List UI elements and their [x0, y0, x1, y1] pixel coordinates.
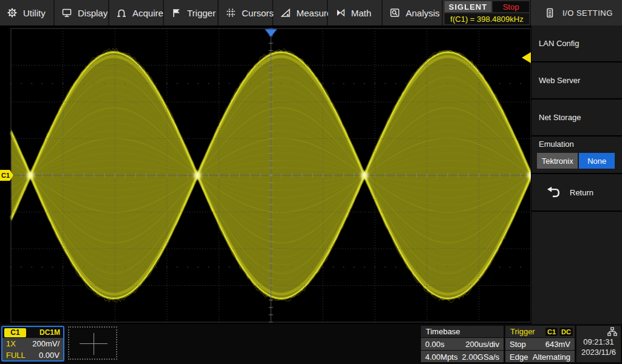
trigger-state: Stop [510, 340, 526, 349]
return-arrow-icon [546, 186, 559, 199]
flag-icon [171, 7, 182, 18]
channel1-descriptor-box[interactable]: C1 DC1M 1X 200mV/ FULL 0.00V [1, 326, 64, 362]
menu-item-measure[interactable]: Measure [273, 0, 328, 25]
channel1-coupling: DC1M [39, 328, 60, 337]
clock-date: 2023/11/6 [581, 347, 616, 357]
channel1-header-row: C1 DC1M [2, 327, 63, 338]
display-icon [61, 7, 72, 18]
trigger-header: Trigger C1 DC [505, 326, 575, 337]
math-icon [335, 7, 346, 18]
trigger-level: 643mV [545, 340, 570, 349]
trigger-mode: Alternating [533, 352, 570, 362]
bottom-status-bar: C1 DC1M 1X 200mV/ FULL 0.00V Timebase 0.… [0, 324, 622, 364]
trigger-level-marker[interactable] [522, 52, 531, 63]
return-label: Return [570, 188, 593, 197]
trigger-row-2: Edge Alternating [505, 351, 575, 362]
sidebar-item-label: Net Storage [539, 113, 581, 122]
analysis-icon [389, 7, 400, 18]
waveform-display-area[interactable]: C1 [0, 25, 531, 324]
emulation-toggle: Tektronix None [537, 153, 615, 169]
channel1-volts-per-div: 200mV/ [32, 339, 60, 348]
brand-text: SIGLENT [449, 2, 487, 12]
sidebar-item-emulation: Emulation Tektronix None [531, 136, 622, 174]
frequency-readout-text: f(C1) = 398.4809kHz [450, 15, 523, 24]
channel1-scale-row: 1X 200mV/ [2, 338, 63, 349]
status-block: SIGLENT Stop f(C1) = 398.4809kHz [443, 0, 531, 25]
io-setting-icon [544, 7, 555, 18]
acquisition-status-text: Stop [503, 2, 519, 12]
brand-logo: SIGLENT [445, 1, 491, 12]
clock-box: 09:21:31 2023/11/6 [576, 326, 621, 362]
trigger-title: Trigger [510, 327, 535, 336]
channel1-offset-row: FULL 0.00V [2, 349, 63, 361]
trigger-source-chip: C1 [545, 328, 558, 336]
svg-text:C1: C1 [1, 172, 10, 179]
trigger-chips: C1 DC [545, 328, 573, 336]
menu-item-math[interactable]: Math [328, 0, 383, 25]
menu-item-utility[interactable]: Utility [0, 0, 55, 25]
sidebar-empty-area [531, 212, 622, 324]
clock-time: 09:21:31 [583, 337, 614, 347]
timebase-delay: 0.00s [425, 340, 445, 349]
menu-label-trigger: Trigger [187, 8, 216, 18]
timebase-panel[interactable]: Timebase 0.00s 200us/div 4.00Mpts 2.00GS… [421, 326, 504, 362]
menu-label-utility: Utility [23, 8, 46, 18]
timebase-scale: 200us/div [465, 340, 499, 349]
gear-icon [7, 7, 18, 18]
trigger-coupling-chip: DC [559, 328, 573, 336]
sidebar-title-bar: I/O SETTING [531, 0, 622, 25]
menu-label-math: Math [351, 8, 371, 18]
acquire-icon [116, 7, 127, 18]
channel1-bandwidth: FULL [6, 351, 26, 360]
io-setting-menu: LAN Config Web Server Net Storage Emulat… [531, 25, 622, 324]
oscilloscope-screen: Utility Display Acquire [0, 0, 622, 364]
sidebar-title: I/O SETTING [562, 8, 613, 18]
frequency-readout: f(C1) = 398.4809kHz [445, 13, 529, 24]
trigger-position-marker[interactable] [265, 29, 277, 37]
channel1-name-badge: C1 [4, 328, 26, 337]
measure-icon [280, 7, 291, 18]
menu-label-measure: Measure [296, 8, 332, 18]
add-channel-placeholder[interactable] [68, 326, 117, 360]
sidebar-item-label: Web Server [539, 76, 580, 85]
timebase-title: Timebase [421, 326, 504, 337]
menu-label-acquire: Acquire [132, 8, 163, 18]
menu-item-cursors[interactable]: Cursors [219, 0, 273, 25]
menu-item-acquire[interactable]: Acquire [109, 0, 164, 25]
channel1-offset: 0.00V [39, 351, 60, 360]
sidebar-item-web-server[interactable]: Web Server [531, 62, 622, 99]
menu-label-analysis: Analysis [406, 8, 440, 18]
top-menu-bar: Utility Display Acquire [0, 0, 622, 25]
sidebar-item-return[interactable]: Return [531, 174, 622, 212]
menu-label-display: Display [78, 8, 108, 18]
trigger-panel[interactable]: Trigger C1 DC Stop 643mV Edge Alternatin… [505, 326, 575, 362]
waveform-plot[interactable]: C1 [0, 25, 531, 324]
timebase-row-1: 0.00s 200us/div [421, 338, 504, 350]
acquisition-status-badge[interactable]: Stop [493, 1, 529, 12]
menu-item-display[interactable]: Display [55, 0, 109, 25]
trigger-row-1: Stop 643mV [505, 338, 575, 350]
channel1-probe: 1X [6, 339, 16, 348]
sidebar-item-net-storage[interactable]: Net Storage [531, 99, 622, 136]
menu-item-analysis[interactable]: Analysis [383, 0, 443, 25]
emulation-option-none[interactable]: None [579, 153, 615, 169]
emulation-label: Emulation [531, 140, 622, 149]
trigger-type: Edge [510, 352, 528, 362]
timebase-sample-rate: 2.00GSa/s [462, 352, 499, 362]
timebase-row-2: 4.00Mpts 2.00GSa/s [421, 351, 504, 362]
plus-icon [94, 333, 94, 355]
menu-item-trigger[interactable]: Trigger [164, 0, 219, 25]
sidebar-item-lan-config[interactable]: LAN Config [531, 25, 622, 62]
sidebar-item-label: LAN Config [539, 39, 579, 48]
emulation-option-tektronix[interactable]: Tektronix [537, 153, 578, 169]
menu-label-cursors: Cursors [242, 8, 274, 18]
timebase-memory: 4.00Mpts [425, 352, 457, 362]
network-icon [607, 327, 617, 337]
cursors-icon [225, 7, 236, 18]
